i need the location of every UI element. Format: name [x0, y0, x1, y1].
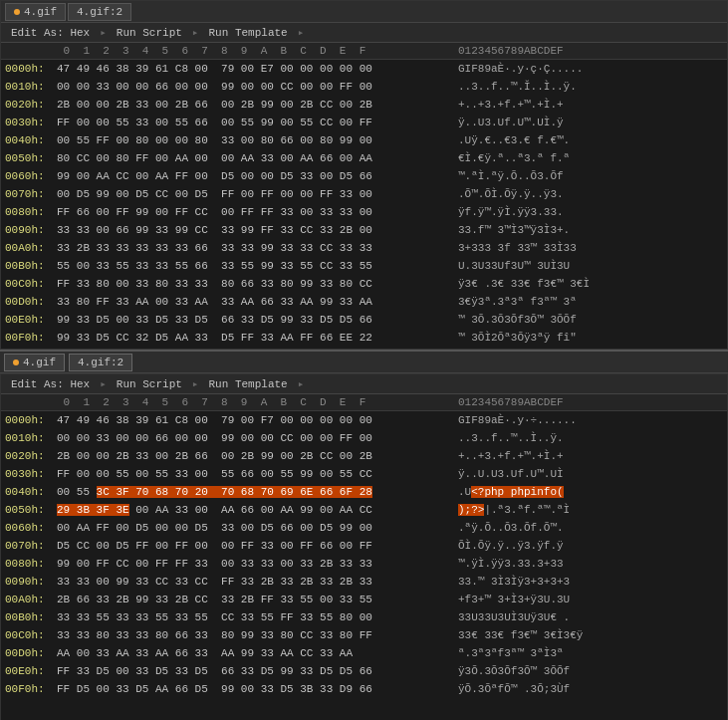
hex-content-1[interactable]: 0000h:47 49 46 38 39 61 C8 00 79 00 E7 0… [1, 60, 727, 349]
sep3: ▸ [296, 26, 307, 39]
tab-1-gif[interactable]: 4.gif [5, 3, 66, 21]
tab-2-gif[interactable]: 4.gif [4, 354, 65, 371]
row-ascii: ÿf.ÿ™.ÿÌ.ÿÿ3.33. [450, 204, 727, 220]
table-row: 0020h:2B 00 00 2B 33 00 2B 66 00 2B 99 0… [1, 447, 727, 465]
row-ascii: .Õ™.ÕÌ.Õÿ.ÿ..ÿ3. [450, 186, 727, 202]
table-row: 0030h:FF 00 00 55 00 55 33 00 55 66 00 5… [1, 465, 727, 483]
row-hex: 29 3B 3F 3E 00 AA 33 00 AA 66 00 AA 99 0… [57, 502, 450, 518]
sep5: ▸ [190, 377, 201, 390]
row-hex: 00 55 3C 3F 70 68 70 20 70 68 70 69 6E 6… [57, 484, 450, 500]
tab-2-gif2[interactable]: 4.gif:2 [69, 354, 132, 371]
row-addr: 00A0h: [1, 592, 57, 607]
row-hex: 00 00 33 00 00 66 00 00 99 00 00 CC 00 0… [57, 430, 450, 446]
table-row: 0020h:2B 00 00 2B 33 00 2B 66 00 2B 99 0… [1, 96, 727, 114]
row-ascii: ÿ3Õ.3Õ3Õf3Õ™ 3ÕÕf [450, 663, 727, 679]
row-addr: 0070h: [1, 538, 57, 554]
table-row: 00B0h:55 00 33 55 33 33 55 66 33 55 99 3… [1, 257, 727, 275]
row-hex: FF 66 00 FF 99 00 FF CC 00 FF FF 33 00 3… [57, 204, 450, 220]
row-ascii: 33€ 33€ f3€™ 3€Ì3€ÿ [450, 627, 727, 643]
row-addr: 0090h: [1, 574, 57, 590]
table-row: 0060h:99 00 AA CC 00 AA FF 00 D5 00 00 D… [1, 167, 727, 185]
row-hex: 00 AA FF 00 D5 00 00 D5 33 00 D5 66 00 D… [57, 520, 450, 536]
row-ascii: +..+3.+f.+™.+Ì.+ [450, 97, 727, 113]
row-hex: 99 33 D5 00 33 D5 33 D5 66 33 D5 99 33 D… [57, 312, 450, 328]
row-addr: 00D0h: [1, 645, 57, 661]
menu-run-template-1[interactable]: Run Template [202, 26, 293, 40]
panel-2: Edit As: Hex ▸ Run Script ▸ Run Template… [0, 373, 728, 720]
menu-run-template-2[interactable]: Run Template [202, 377, 293, 391]
table-row: 0050h:80 CC 00 80 FF 00 AA 00 00 AA 33 0… [1, 149, 727, 167]
row-ascii: .U<?php phpinfo( [450, 484, 727, 500]
row-hex: 55 00 33 55 33 33 55 66 33 55 99 33 55 C… [57, 258, 450, 274]
row-hex: 2B 00 00 2B 33 00 2B 66 00 2B 99 00 2B C… [57, 97, 450, 113]
menu-run-script-2[interactable]: Run Script [111, 377, 188, 391]
row-ascii: ™ 3ÕÌ2Õª3Õÿ3ªÿ fî" [450, 330, 727, 346]
hex-header-2: 0 1 2 3 4 5 6 7 8 9 A B C D E F 01234567… [1, 394, 727, 411]
row-hex: 00 00 33 00 00 66 00 00 99 00 00 CC 00 0… [57, 79, 450, 95]
h-nums-1: 0 1 2 3 4 5 6 7 8 9 A B C D E F [57, 45, 450, 57]
row-addr: 0030h: [1, 466, 57, 482]
tab-1-gif2[interactable]: 4.gif:2 [68, 3, 131, 21]
row-addr: 00C0h: [1, 276, 57, 292]
row-ascii: 33U33U3UÌ3Uÿ3U€ . [450, 609, 727, 625]
row-hex: FF 33 80 00 33 80 33 33 80 66 33 80 99 3… [57, 276, 450, 292]
menubar-2: Edit As: Hex ▸ Run Script ▸ Run Template… [1, 374, 727, 394]
table-row: 00F0h:FF D5 00 33 D5 AA 66 D5 99 00 33 D… [1, 680, 727, 698]
menu-run-script-1[interactable]: Run Script [111, 26, 188, 40]
row-addr: 0060h: [1, 520, 57, 536]
table-row: 00F0h:99 33 D5 CC 32 D5 AA 33 D5 FF 33 A… [1, 329, 727, 347]
row-addr: 00C0h: [1, 627, 57, 643]
row-ascii: ÿ..U3.Uf.U™.UÌ.ÿ [450, 115, 727, 130]
sep4: ▸ [98, 377, 109, 390]
row-ascii: .Uÿ.€..€3.€ f.€™. [450, 132, 727, 148]
row-addr: 0090h: [1, 222, 57, 238]
row-hex: 99 33 D5 CC 32 D5 AA 33 D5 FF 33 AA FF 6… [57, 330, 450, 346]
row-ascii: .ªÿ.Õ..Õ3.Õf.Õ™. [450, 520, 727, 536]
table-row: 0070h:00 D5 99 00 D5 CC 00 D5 FF 00 FF 0… [1, 185, 727, 203]
sep6: ▸ [296, 377, 307, 390]
row-addr: 0050h: [1, 150, 57, 166]
row-hex: 33 33 80 33 33 80 66 33 80 99 33 80 CC 3… [57, 627, 450, 643]
table-row: 0080h:99 00 FF CC 00 FF FF 33 00 33 33 0… [1, 555, 727, 573]
row-addr: 00E0h: [1, 312, 57, 328]
row-addr: 0030h: [1, 115, 57, 130]
row-ascii: 33.f™ 3™Ì3™ÿ3Ì3+. [450, 222, 727, 238]
row-addr: 00F0h: [1, 330, 57, 346]
row-addr: 0010h: [1, 430, 57, 446]
row-hex: FF 00 00 55 33 00 55 66 00 55 99 00 55 C… [57, 115, 450, 130]
row-ascii: €Ì.€ÿ.ª..ª3.ª f.ª [450, 150, 727, 166]
menu-edit-as-hex-1[interactable]: Edit As: Hex [5, 26, 96, 40]
row-ascii: 33.™ 3Ì3Ìÿ3+3+3+3 [450, 574, 727, 590]
row-ascii: GIF89aÈ·.y·ç·Ç..... [450, 61, 727, 77]
tab-bar-1: 4.gif 4.gif:2 [1, 1, 727, 23]
table-row: 0000h:47 49 46 38 39 61 C8 00 79 00 F7 0… [1, 411, 727, 429]
row-hex: 47 49 46 38 39 61 C8 00 79 00 E7 00 00 0… [57, 61, 450, 77]
row-addr: 0080h: [1, 204, 57, 220]
row-ascii: ..3..f..™..Ì..ÿ. [450, 430, 727, 446]
row-ascii: ..3..f..™.Ĭ..Ì..ÿ. [450, 79, 727, 95]
row-addr: 00A0h: [1, 240, 57, 256]
table-row: 00B0h:33 33 55 33 33 55 33 55 CC 33 55 F… [1, 608, 727, 626]
row-hex: 80 CC 00 80 FF 00 AA 00 00 AA 33 00 AA 6… [57, 150, 450, 166]
row-hex: 00 55 FF 00 80 00 00 80 33 00 80 66 00 8… [57, 132, 450, 148]
row-ascii: ™ 3Õ.3Õ3Õf3Õ™ 3ÕÕf [450, 312, 727, 328]
row-ascii: ™.ªÌ.ªÿ.Õ..Õ3.Õf [450, 168, 727, 184]
row-hex: 33 33 00 66 99 33 99 CC 33 99 FF 33 CC 3… [57, 222, 450, 238]
row-ascii: +f3+™ 3+Ì3+ÿ3U.3U [450, 592, 727, 607]
table-row: 00A0h:33 2B 33 33 33 33 33 66 33 33 99 3… [1, 239, 727, 257]
row-hex: 99 00 FF CC 00 FF FF 33 00 33 33 00 33 2… [57, 556, 450, 572]
menubar-1: Edit As: Hex ▸ Run Script ▸ Run Template… [1, 23, 727, 43]
row-hex: 2B 00 00 2B 33 00 2B 66 00 2B 99 00 2B C… [57, 448, 450, 464]
table-row: 0060h:00 AA FF 00 D5 00 00 D5 33 00 D5 6… [1, 519, 727, 537]
row-hex: AA 00 33 AA 33 AA 66 33 AA 99 33 AA CC 3… [57, 645, 450, 661]
row-ascii: +..+3.+f.+™.+Ì.+ [450, 448, 727, 464]
menu-edit-as-hex-2[interactable]: Edit As: Hex [5, 377, 96, 391]
table-row: 0030h:FF 00 00 55 33 00 55 66 00 55 99 0… [1, 114, 727, 131]
sep2: ▸ [190, 26, 201, 39]
hex-content-2[interactable]: 0000h:47 49 46 38 39 61 C8 00 79 00 F7 0… [1, 411, 727, 720]
tab-1-label: 4.gif [24, 6, 57, 18]
tab-2-gif-label: 4.gif [23, 357, 56, 368]
row-addr: 00D0h: [1, 294, 57, 310]
row-ascii: ÿÕ.3ÕªfÕ™ .3Õ;3Ùf [450, 681, 727, 697]
row-hex: 2B 66 33 2B 99 33 2B CC 33 2B FF 33 55 0… [57, 592, 450, 607]
